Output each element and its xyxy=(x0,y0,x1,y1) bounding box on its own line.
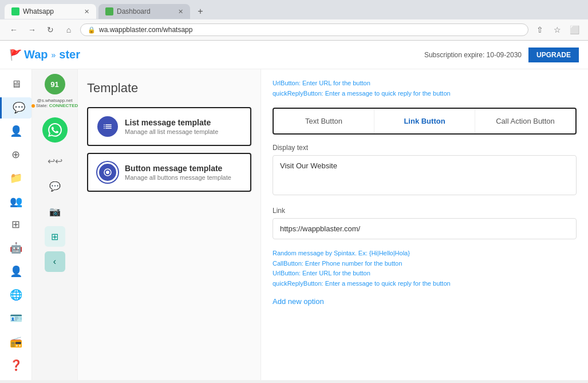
sidebar-item-globe[interactable]: 🌐 xyxy=(5,285,27,306)
tab-dashboard-close[interactable]: ✕ xyxy=(178,8,183,15)
logo-area: 🚩 Wap » ster xyxy=(9,48,80,61)
connected-badge: State: CONNECTED xyxy=(31,103,78,108)
sidebar2-collapse-icon[interactable]: ‹ xyxy=(45,251,65,272)
url-text: wa.wappblaster.com/whatsapp xyxy=(99,26,192,34)
tab-bar: Whatsapp ✕ Dashboard ✕ + xyxy=(0,0,588,19)
list-template-card[interactable]: List message template Manage all list me… xyxy=(87,107,251,146)
tab-whatsapp-label: Whatsapp xyxy=(23,7,54,15)
button-template-text: Button message template Manage all butto… xyxy=(125,164,231,181)
call-action-button-option[interactable]: Call Action Button xyxy=(475,109,575,133)
display-text-input[interactable]: Visit Our Website xyxy=(273,155,577,195)
sidebar-item-user2[interactable]: 👤 xyxy=(5,261,27,282)
add-option-link[interactable]: Add new option xyxy=(273,297,324,306)
lock-icon: 🔒 xyxy=(88,26,96,34)
list-template-subtitle: Manage all list message template xyxy=(125,128,218,135)
reload-button[interactable]: ↻ xyxy=(44,23,57,37)
sidebar2-camera-icon[interactable]: 📷 xyxy=(45,201,65,222)
hint-bottom-4: quickReplyButton: Enter a message to qui… xyxy=(273,279,577,289)
account-phone: @s.whatsapp.net xyxy=(31,98,78,103)
browser-actions: ⇧ ☆ ⬜ xyxy=(533,23,581,37)
text-button-option[interactable]: Text Button xyxy=(274,109,374,133)
subscription-text: Subscription expire: 10-09-2030 xyxy=(424,51,522,59)
app-wrapper: 🚩 Wap » ster Subscription expire: 10-09-… xyxy=(0,41,588,380)
logo-text-2: ster xyxy=(59,48,80,61)
share-button[interactable]: ⇧ xyxy=(533,23,547,37)
hint-top: UrlButton: Enter URL for the button quic… xyxy=(273,78,577,98)
sidebar-item-help[interactable]: ❓ xyxy=(5,354,27,376)
template-section: Template List message template Manage al… xyxy=(78,69,261,380)
button-template-card[interactable]: Button message template Manage all butto… xyxy=(87,153,251,192)
sidebar-item-robot[interactable]: 🤖 xyxy=(5,238,27,259)
upgrade-button[interactable]: UPGRADE xyxy=(528,48,579,62)
dashboard-favicon xyxy=(105,7,113,15)
sidebar-item-whatsapp[interactable]: 💬 xyxy=(0,97,31,119)
main-layout: 🖥 💬 👤 ⊕ 📁 👥 ⊞ 🤖 👤 🌐 🪪 📻 ❓ 91 @s.whatsapp… xyxy=(0,69,588,380)
logo-text-1: Wap xyxy=(24,48,48,61)
icon-sidebar: 🖥 💬 👤 ⊕ 📁 👥 ⊞ 🤖 👤 🌐 🪪 📻 ❓ xyxy=(0,69,32,380)
link-label: Link xyxy=(273,207,577,215)
hint-bottom: Random message by Spintax. Ex: {Hi|Hello… xyxy=(273,248,577,289)
sidebar-item-monitor[interactable]: 🖥 xyxy=(5,74,27,95)
button-type-selector: Text Button Link Button Call Action Butt… xyxy=(273,108,577,135)
list-template-icon xyxy=(97,116,118,137)
hint-bottom-3: UrlButton: Enter URL for the button xyxy=(273,269,577,279)
sidebar-item-feed[interactable]: 📻 xyxy=(5,331,27,352)
account-badge: 91 xyxy=(45,74,65,94)
extension-button[interactable]: ⬜ xyxy=(567,23,581,37)
sidebar-item-contacts[interactable]: 👥 xyxy=(5,191,27,212)
template-title: Template xyxy=(87,81,251,96)
logo-chevron: » xyxy=(51,50,56,60)
list-template-text: List message template Manage all list me… xyxy=(125,118,218,135)
display-text-label: Display text xyxy=(273,144,577,152)
second-sidebar: 91 @s.whatsapp.net State: CONNECTED ↩↩ 💬… xyxy=(32,69,78,380)
hint-bottom-2: CallButton: Enter Phone number for the b… xyxy=(273,259,577,269)
sidebar2-reply-icon[interactable]: ↩↩ xyxy=(45,151,65,171)
link-input[interactable] xyxy=(273,218,577,239)
back-button[interactable]: ← xyxy=(7,23,21,37)
app-header: 🚩 Wap » ster Subscription expire: 10-09-… xyxy=(0,41,588,69)
state-label: State: xyxy=(36,103,48,108)
sidebar-item-folder[interactable]: 📁 xyxy=(5,167,27,188)
tab-dashboard-label: Dashboard xyxy=(117,7,151,15)
sidebar-item-table[interactable]: ⊞ xyxy=(5,214,27,235)
address-bar: ← → ↻ ⌂ 🔒 wa.wappblaster.com/whatsapp ⇧ … xyxy=(0,19,588,41)
forward-button[interactable]: → xyxy=(25,23,39,37)
account-info: @s.whatsapp.net State: CONNECTED xyxy=(31,98,78,108)
hint-top-2: quickReplyButton: Enter a message to qui… xyxy=(273,89,577,99)
sidebar-item-card[interactable]: 🪪 xyxy=(5,307,27,329)
svg-point-1 xyxy=(106,171,109,174)
sidebar-item-user[interactable]: 👤 xyxy=(5,121,27,142)
hint-bottom-1: Random message by Spintax. Ex: {Hi|Hello… xyxy=(273,248,577,259)
sidebar2-template-icon[interactable]: ⊞ xyxy=(45,226,65,247)
hint-top-1: UrlButton: Enter URL for the button xyxy=(273,78,577,89)
home-button[interactable]: ⌂ xyxy=(62,23,76,37)
button-template-subtitle: Manage all buttons message template xyxy=(125,174,231,181)
tab-whatsapp[interactable]: Whatsapp ✕ xyxy=(5,4,96,19)
tab-dashboard[interactable]: Dashboard ✕ xyxy=(98,4,190,19)
whatsapp-large-icon xyxy=(42,117,68,143)
header-right: Subscription expire: 10-09-2030 UPGRADE xyxy=(424,48,579,62)
whatsapp-favicon xyxy=(11,7,19,15)
new-tab-button[interactable]: + xyxy=(192,3,208,19)
list-template-title: List message template xyxy=(125,118,218,127)
button-template-icon xyxy=(97,162,118,183)
bookmark-button[interactable]: ☆ xyxy=(550,23,564,37)
browser-chrome: Whatsapp ✕ Dashboard ✕ + ← → ↻ ⌂ 🔒 wa.wa… xyxy=(0,0,588,41)
content-area: Template List message template Manage al… xyxy=(78,69,588,380)
sidebar2-chat-icon[interactable]: 💬 xyxy=(45,176,65,196)
button-template-title: Button message template xyxy=(125,164,231,173)
sidebar-item-add[interactable]: ⊕ xyxy=(5,144,27,165)
connected-text: CONNECTED xyxy=(49,103,78,108)
link-button-label: Link Button xyxy=(404,117,445,125)
logo-flag: 🚩 xyxy=(9,49,22,61)
connected-dot xyxy=(31,104,35,108)
link-button-option[interactable]: Link Button xyxy=(374,109,475,133)
url-bar[interactable]: 🔒 wa.wappblaster.com/whatsapp xyxy=(80,23,528,36)
right-panel: UrlButton: Enter URL for the button quic… xyxy=(261,69,588,380)
tab-whatsapp-close[interactable]: ✕ xyxy=(84,8,89,15)
